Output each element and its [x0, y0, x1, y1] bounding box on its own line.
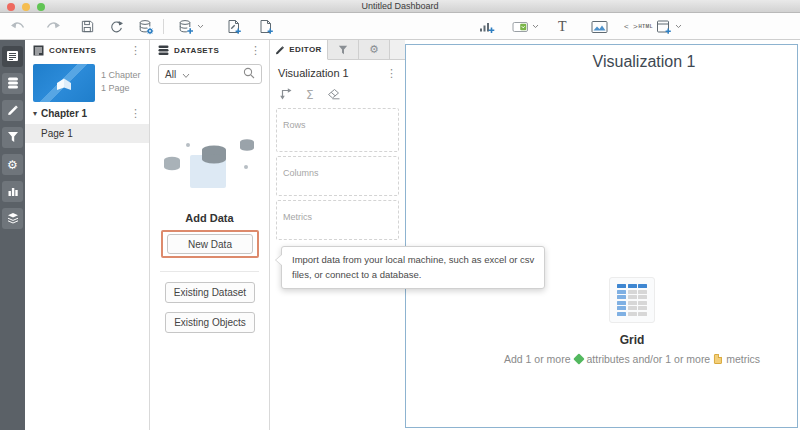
page-label: Page 1	[41, 128, 73, 139]
sidebar-item-datasets[interactable]	[2, 73, 23, 94]
datasets-menu-icon[interactable]: ⋮	[248, 45, 263, 56]
grid-hint-text: Add 1 or more attributes and/or 1 or mor…	[504, 353, 760, 365]
insert-panel-chevron-icon[interactable]	[675, 24, 682, 29]
html-brackets-glyph: < >	[624, 23, 639, 31]
redo-button[interactable]	[45, 17, 61, 36]
sidebar-item-settings[interactable]: ⚙	[2, 154, 23, 175]
titlebar: Untitled Dashboard	[0, 0, 800, 13]
new-data-tooltip: Import data from your local machine, suc…	[281, 246, 545, 289]
add-data-illustration	[150, 136, 269, 200]
book-icon	[53, 74, 75, 92]
grid-placeholder-label: Grid	[620, 333, 645, 347]
contents-header-icon	[33, 42, 44, 60]
add-data-heading: Add Data	[150, 212, 269, 224]
metric-document-icon	[714, 354, 722, 364]
editor-tab-label: EDITOR	[289, 45, 321, 54]
insert-page-icon[interactable]	[258, 17, 274, 36]
new-data-button[interactable]: New Data	[167, 234, 253, 254]
rows-dropzone[interactable]: Rows	[276, 108, 399, 152]
chapter-label: Chapter 1	[41, 108, 128, 119]
sidebar-item-contents[interactable]	[2, 46, 23, 67]
datasets-panel-title: DATASETS	[174, 46, 248, 55]
columns-dropzone[interactable]: Columns	[276, 156, 399, 196]
hint-part1: Add 1 or more	[504, 353, 571, 365]
contents-icon	[6, 48, 19, 66]
undo-button[interactable]	[10, 17, 26, 36]
pencil-icon	[7, 102, 19, 120]
insert-visualization-icon[interactable]	[478, 17, 496, 36]
metrics-label: Metrics	[283, 212, 312, 222]
search-icon[interactable]	[243, 65, 255, 83]
hint-part2: attributes and/or 1 or more	[586, 353, 710, 365]
datasets-icon	[7, 75, 19, 93]
page-count: 1 Page	[101, 82, 141, 95]
rows-label: Rows	[283, 120, 306, 130]
datasets-panel: DATASETS ⋮ All	[150, 40, 270, 430]
contents-menu-icon[interactable]: ⋮	[128, 45, 143, 56]
layers-icon	[7, 210, 19, 228]
editor-panel: EDITOR ⚙ Visualization 1 ⋮ Σ Rows Column…	[270, 40, 405, 430]
toolbar-separator	[163, 19, 164, 34]
dashboard-thumbnail[interactable]	[33, 64, 95, 102]
tab-filter[interactable]	[328, 40, 359, 60]
sigma-icon[interactable]: Σ	[306, 89, 314, 101]
insert-html-icon[interactable]: < > HTML	[624, 17, 653, 36]
filter-chevron-icon[interactable]	[182, 65, 190, 83]
sidebar-item-filter[interactable]	[2, 127, 23, 148]
contents-panel-title: CONTENTS	[49, 46, 128, 55]
add-data-icon[interactable]	[178, 17, 204, 36]
insert-selector-chevron-icon[interactable]	[532, 24, 539, 29]
existing-dataset-button[interactable]: Existing Dataset	[165, 282, 255, 303]
swap-axes-icon[interactable]	[279, 86, 293, 104]
dataset-search-box[interactable]: All	[158, 64, 262, 84]
gear-icon: ⚙	[7, 159, 18, 171]
insert-text-icon[interactable]: T	[558, 17, 567, 36]
tab-settings[interactable]: ⚙	[359, 40, 390, 60]
attribute-diamond-icon	[573, 353, 584, 364]
contents-panel: CONTENTS ⋮ 1 Chapter 1 Page ▾ Chapter 1 …	[25, 40, 150, 430]
visualization-menu-icon[interactable]: ⋮	[384, 68, 399, 79]
refresh-icon[interactable]	[109, 17, 124, 36]
dashboard-window: Untitled Dashboard	[0, 0, 800, 430]
visualization-canvas[interactable]: Visualization 1 Grid Add 1 or more attri…	[405, 44, 798, 428]
dataset-settings-icon[interactable]	[138, 17, 154, 36]
sidebar-item-format[interactable]	[2, 100, 23, 121]
chapter-row[interactable]: ▾ Chapter 1 ⋮	[25, 104, 149, 123]
new-data-highlight: New Data	[161, 230, 259, 258]
window-title: Untitled Dashboard	[0, 1, 800, 11]
chevron-down-icon[interactable]: ▾	[33, 109, 37, 118]
datasets-panel-header: DATASETS ⋮	[150, 40, 269, 61]
left-icon-strip: ⚙	[0, 40, 25, 430]
save-icon[interactable]	[80, 17, 95, 36]
tooltip-line-2: files, or connect to a database.	[292, 268, 534, 283]
settings-tab-gear-icon: ⚙	[369, 44, 379, 55]
chapter-menu-icon[interactable]: ⋮	[128, 108, 143, 119]
html-label: HTML	[639, 25, 654, 30]
editor-visualization-row: Visualization 1 ⋮	[278, 67, 399, 79]
add-data-chevron-icon[interactable]	[197, 24, 204, 29]
datasets-header-icon	[158, 42, 169, 60]
thumbnail-caption: 1 Chapter 1 Page	[101, 69, 141, 95]
insert-chapter-icon[interactable]	[226, 17, 242, 36]
eraser-icon[interactable]	[327, 86, 341, 104]
columns-label: Columns	[283, 168, 319, 178]
canvas-visualization-title: Visualization 1	[593, 53, 696, 71]
existing-objects-button[interactable]: Existing Objects	[165, 312, 255, 333]
sidebar-item-visualizations[interactable]	[2, 181, 23, 202]
page-row[interactable]: Page 1	[25, 124, 149, 143]
grid-visualization-icon	[609, 277, 655, 323]
metrics-dropzone[interactable]: Metrics	[276, 200, 399, 240]
filter-tab-icon	[338, 41, 348, 59]
hint-part3: metrics	[726, 353, 760, 365]
tab-editor[interactable]: EDITOR	[270, 40, 328, 60]
insert-selector-icon[interactable]	[512, 17, 539, 36]
sidebar-item-layers[interactable]	[2, 208, 23, 229]
insert-panel-stack-icon[interactable]	[656, 17, 682, 36]
editor-visualization-title: Visualization 1	[278, 67, 384, 79]
insert-image-icon[interactable]	[591, 17, 608, 36]
chapter-count: 1 Chapter	[101, 69, 141, 82]
tooltip-line-1: Import data from your local machine, suc…	[292, 253, 534, 268]
bar-chart-icon	[7, 183, 19, 201]
funnel-icon	[7, 129, 19, 147]
dataset-filter-value: All	[165, 69, 176, 80]
